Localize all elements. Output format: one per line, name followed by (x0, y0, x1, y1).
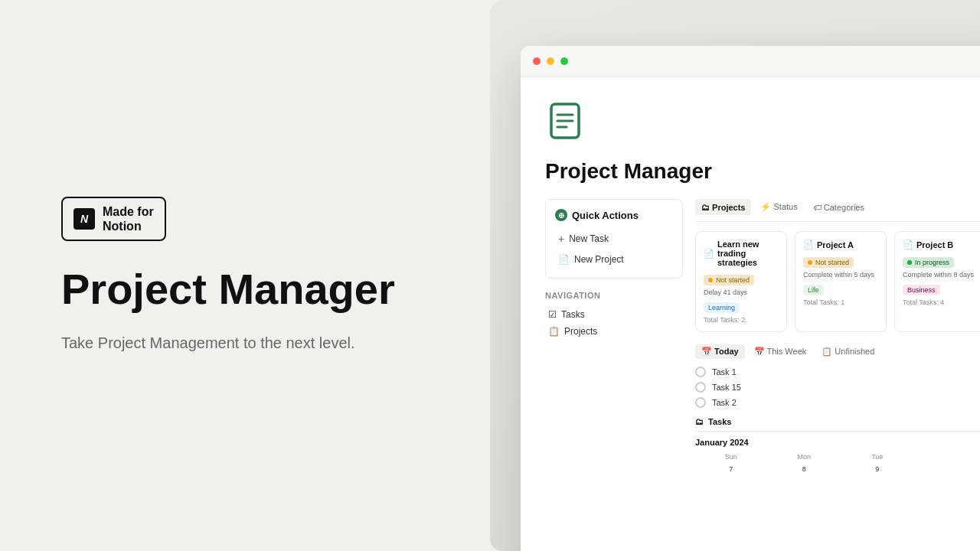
calendar-month: January 2024 (695, 438, 980, 447)
today-tab-today[interactable]: 📅 Today (695, 344, 745, 359)
today-tab-week[interactable]: 📅 This Week (748, 344, 813, 359)
tasks-section-label: Tasks (708, 417, 731, 426)
project-1-status: Not started (704, 275, 754, 285)
cal-day-8: 8 (769, 464, 841, 474)
page-icon (545, 101, 980, 159)
project-card-3: 📄 Project B In progress Complete within … (894, 231, 980, 332)
cal-day-7: 7 (695, 464, 767, 474)
calendar-days: Sun Mon Tue 7 8 9 (695, 452, 980, 474)
task-item-15: Task 15 (695, 382, 980, 393)
plus-icon: + (558, 233, 564, 245)
project-3-count: Total Tasks: 4 (903, 298, 978, 306)
project-3-title: 📄 Project B (903, 240, 978, 249)
nav-projects-label: Projects (564, 326, 597, 337)
project-1-tag: Learning (704, 302, 740, 313)
task-15-label: Task 15 (712, 383, 741, 392)
page-title-mockup: Project Manager (545, 159, 980, 184)
task-circle-15 (695, 382, 706, 393)
tabs-bar: 🗂 Projects ⚡ Status 🏷 Categories (695, 199, 980, 222)
app-title: Project Manager (61, 266, 429, 313)
notion-badge: N Made for Notion (61, 197, 166, 241)
notion-logo-icon: N (74, 208, 95, 230)
status-dot-3 (907, 260, 912, 265)
project-1-doc-icon: 📄 (704, 249, 714, 259)
project-2-doc-icon: 📄 (803, 240, 814, 249)
today-tab-unfinished[interactable]: 📋 Unfinished (815, 344, 880, 359)
doc-icon: 📄 (558, 254, 570, 265)
quick-actions-header: ⊕ Quick Actions (555, 209, 673, 221)
cal-header-mon: Mon (769, 452, 841, 462)
tab-status[interactable]: ⚡ Status (754, 199, 803, 215)
task-circle-1 (695, 367, 706, 377)
mockup-header (521, 46, 980, 77)
projects-grid: 📄 Learn new trading strategies Not start… (695, 231, 980, 332)
mockup-content: Project Manager ⊕ Quick Actions + New Ta… (521, 77, 980, 551)
project-3-tag: Business (903, 285, 940, 295)
tab-projects[interactable]: 🗂 Projects (695, 199, 751, 215)
window-close-dot (533, 57, 541, 65)
project-2-count: Total Tasks: 1 (803, 298, 878, 306)
project-2-title: 📄 Project A (803, 240, 878, 249)
cal-header-tue: Tue (841, 452, 913, 462)
cal-header-sun: Sun (695, 452, 767, 462)
task-item-1: Task 1 (695, 367, 980, 377)
status-dot-2 (808, 260, 812, 265)
today-tabs: 📅 Today 📅 This Week 📋 Unfinished (695, 344, 980, 359)
project-2-detail: Complete within 5 days (803, 271, 878, 279)
task-2-label: Task 2 (712, 398, 737, 407)
task-1-label: Task 1 (712, 367, 737, 377)
window-max-dot (560, 57, 568, 65)
project-3-detail: Complete within 8 days (903, 271, 978, 279)
cal-day-9: 9 (841, 464, 913, 474)
project-2-tag: Life (803, 285, 824, 295)
mockup-window: Project Manager ⊕ Quick Actions + New Ta… (521, 46, 980, 551)
window-min-dot (547, 57, 554, 65)
project-1-detail: Delay 41 days (704, 289, 779, 296)
new-task-label: New Task (569, 233, 609, 244)
nav-tasks-label: Tasks (561, 309, 585, 320)
notion-sidebar: ⊕ Quick Actions + New Task 📄 New Project (545, 199, 683, 551)
project-card-2: 📄 Project A Not started Complete within … (795, 231, 887, 332)
nav-tasks[interactable]: ☑ Tasks (545, 306, 683, 323)
notion-page: Project Manager ⊕ Quick Actions + New Ta… (521, 77, 980, 551)
cal-header-empty (915, 452, 981, 462)
badge-line2: Notion (103, 220, 142, 233)
status-dot-1 (708, 278, 713, 282)
new-project-item[interactable]: 📄 New Project (555, 250, 673, 269)
left-panel: N Made for Notion Project Manager Take P… (0, 0, 490, 551)
projects-icon: 📋 (548, 326, 560, 337)
cal-day-empty (915, 464, 981, 474)
tab-categories[interactable]: 🏷 Categories (807, 199, 871, 215)
task-item-2: Task 2 (695, 397, 980, 408)
new-task-item[interactable]: + New Task (555, 229, 673, 249)
right-panel: Project Manager ⊕ Quick Actions + New Ta… (490, 0, 980, 551)
project-1-count: Total Tasks: 2 (704, 316, 779, 324)
notion-main: 🗂 Projects ⚡ Status 🏷 Categories 📄 Learn… (695, 199, 980, 551)
project-2-status: Not started (803, 257, 854, 268)
quick-actions-box: ⊕ Quick Actions + New Task 📄 New Project (545, 199, 683, 279)
tasks-section-icon: 🗂 (695, 417, 704, 426)
calendar-row: January 2024 Sun Mon Tue 7 8 9 (695, 438, 980, 474)
nav-projects[interactable]: 📋 Projects (545, 323, 683, 340)
task-circle-2 (695, 397, 706, 408)
tasks-heading: 🗂 Tasks (695, 412, 980, 432)
project-3-doc-icon: 📄 (903, 240, 913, 249)
new-project-label: New Project (574, 254, 624, 265)
notion-layout: ⊕ Quick Actions + New Task 📄 New Project (545, 199, 980, 551)
quick-actions-icon: ⊕ (555, 209, 567, 221)
navigation-section: Navigation ☑ Tasks 📋 Projects (545, 291, 683, 340)
project-card-1: 📄 Learn new trading strategies Not start… (695, 231, 787, 332)
project-1-title: 📄 Learn new trading strategies (704, 240, 779, 267)
tasks-icon: ☑ (548, 309, 557, 320)
today-section: 📅 Today 📅 This Week 📋 Unfinished Task 1 (695, 344, 980, 474)
app-subtitle: Take Project Management to the next leve… (61, 331, 398, 354)
badge-line1: Made for (103, 205, 154, 218)
notion-badge-text: Made for Notion (103, 204, 154, 233)
project-3-status: In progress (903, 257, 954, 268)
quick-actions-label: Quick Actions (572, 210, 639, 221)
nav-title: Navigation (545, 291, 683, 300)
